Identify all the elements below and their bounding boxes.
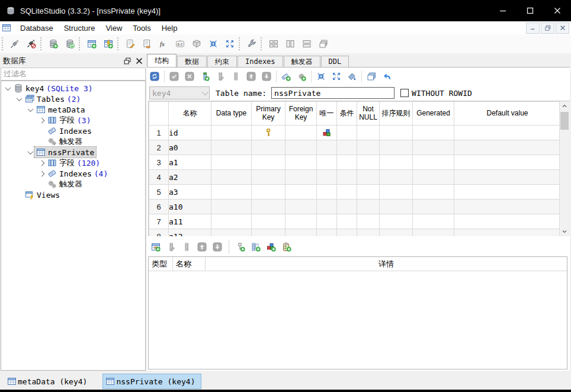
grid-cell[interactable] xyxy=(380,200,413,214)
column-name-cell[interactable]: a12 xyxy=(169,229,211,237)
mdi-restore-button[interactable] xyxy=(541,23,554,34)
grid-cell[interactable] xyxy=(337,185,357,200)
column-name-cell[interactable]: a11 xyxy=(169,214,211,229)
import-table-button[interactable] xyxy=(315,70,328,83)
dock-float-icon[interactable] xyxy=(123,57,131,65)
add-trigger-button[interactable] xyxy=(295,70,308,83)
col-header-notnull[interactable]: Not NULL xyxy=(357,102,380,126)
grid-cell[interactable] xyxy=(380,229,413,237)
mdi-layout-horizontal-button[interactable] xyxy=(300,37,314,51)
refresh-database-button[interactable] xyxy=(63,37,77,51)
add-table-constraint-button[interactable] xyxy=(149,240,162,253)
refresh-structure-button[interactable] xyxy=(148,70,161,83)
row-number[interactable]: 7 xyxy=(149,214,169,229)
grid-cell[interactable] xyxy=(337,126,357,140)
minimize-button[interactable] xyxy=(489,0,517,21)
grid-cell[interactable] xyxy=(211,185,252,200)
connect-button[interactable] xyxy=(8,37,22,51)
tab-ddl[interactable]: DDL xyxy=(321,56,349,67)
column-name-cell[interactable]: a10 xyxy=(169,200,211,214)
add-primary-key-button[interactable] xyxy=(234,240,247,253)
toolbar-grip[interactable] xyxy=(79,37,83,50)
delete-column-button[interactable] xyxy=(229,70,242,83)
details-col-info[interactable]: 详情 xyxy=(206,257,567,271)
unique-cell[interactable] xyxy=(317,126,337,140)
tree-item-views[interactable]: Views xyxy=(1,189,145,200)
menu-tools[interactable]: Tools xyxy=(127,23,156,34)
row-number[interactable]: 4 xyxy=(149,170,169,185)
grid-cell[interactable] xyxy=(337,200,357,214)
grid-cell[interactable] xyxy=(413,140,454,155)
grid-cell[interactable] xyxy=(454,214,561,229)
scrollbar-thumb[interactable] xyxy=(560,112,569,130)
tree-item-nssprivate[interactable]: nssPrivate xyxy=(1,147,145,158)
execute-sql-file-button[interactable] xyxy=(140,37,154,51)
grid-cell[interactable] xyxy=(357,126,380,140)
grid-cell[interactable] xyxy=(211,126,252,140)
grid-cell[interactable] xyxy=(413,200,454,214)
grid-cell[interactable] xyxy=(380,214,413,229)
grid-cell[interactable] xyxy=(454,140,561,155)
grid-cell[interactable] xyxy=(317,229,337,237)
close-button[interactable] xyxy=(544,0,571,21)
grid-cell[interactable] xyxy=(286,200,317,214)
row-number[interactable]: 6 xyxy=(149,200,169,214)
grid-cell[interactable] xyxy=(454,170,561,185)
tree-item-key4[interactable]: key4 (SQLite 3) xyxy=(1,83,145,94)
grid-cell[interactable] xyxy=(211,170,252,185)
column-name-cell[interactable]: a0 xyxy=(169,140,211,155)
row-number[interactable]: 1 xyxy=(149,126,169,140)
grid-cell[interactable] xyxy=(454,200,561,214)
primary-key-cell[interactable] xyxy=(252,126,286,140)
collapse-chevron-icon[interactable] xyxy=(5,85,11,91)
rollback-button[interactable] xyxy=(183,70,196,83)
grid-cell[interactable] xyxy=(380,185,413,200)
new-table-button[interactable] xyxy=(85,37,99,51)
menu-structure[interactable]: Structure xyxy=(59,23,101,34)
add-database-button[interactable] xyxy=(46,37,60,51)
grid-cell[interactable] xyxy=(337,170,357,185)
mdi-close-button[interactable] xyxy=(556,23,569,34)
mdi-layout-grid-button[interactable] xyxy=(267,37,281,51)
database-filter-input[interactable]: 过滤名 xyxy=(1,68,146,81)
populate-table-button[interactable] xyxy=(345,70,358,83)
collapse-chevron-icon[interactable] xyxy=(27,106,33,112)
column-name-cell[interactable]: a3 xyxy=(169,185,211,200)
open-sql-editor-button[interactable] xyxy=(123,37,137,51)
delete-constraint-button[interactable] xyxy=(180,240,193,253)
functions-editor-button[interactable]: fx xyxy=(156,37,171,51)
extensions-button[interactable] xyxy=(190,37,204,51)
grid-cell[interactable] xyxy=(337,155,357,170)
grid-cell[interactable] xyxy=(337,214,357,229)
grid-cell[interactable] xyxy=(317,155,337,170)
foreign-key-cell[interactable] xyxy=(286,126,317,140)
collations-editor-button[interactable]: a·z xyxy=(173,37,187,51)
expand-chevron-icon[interactable] xyxy=(39,117,44,123)
grid-cell[interactable] xyxy=(380,155,413,170)
tab-indexes[interactable]: Indexes xyxy=(238,56,283,67)
tree-item-metadata-triggers[interactable]: 触发器 xyxy=(1,136,145,147)
col-header-generated[interactable]: Generated xyxy=(413,102,454,126)
add-index-button[interactable] xyxy=(280,70,293,83)
row-number[interactable]: 2 xyxy=(149,140,169,155)
col-header-check[interactable]: 条件 xyxy=(337,102,357,126)
grid-cell[interactable] xyxy=(286,140,317,155)
grid-cell[interactable] xyxy=(252,155,286,170)
move-column-up-button[interactable] xyxy=(245,70,258,83)
scroll-up-button[interactable] xyxy=(560,101,569,111)
grid-cell[interactable] xyxy=(413,214,454,229)
new-table-similar-button[interactable] xyxy=(101,37,116,51)
grid-cell[interactable] xyxy=(252,214,286,229)
disconnect-button[interactable] xyxy=(24,37,39,51)
edit-column-button[interactable] xyxy=(214,70,227,83)
grid-cell[interactable] xyxy=(357,185,380,200)
tree-item-metadata[interactable]: metaData xyxy=(1,104,145,115)
toolbar-grip[interactable] xyxy=(117,37,121,50)
col-header-datatype[interactable]: Data type xyxy=(211,102,252,126)
tree-item-nssprivate-triggers[interactable]: 触发器 xyxy=(1,179,145,189)
grid-cell[interactable] xyxy=(357,200,380,214)
grid-cell[interactable] xyxy=(357,140,380,155)
grid-cell[interactable] xyxy=(317,214,337,229)
collapse-chevron-icon[interactable] xyxy=(16,95,22,101)
taskbar-window-metadata[interactable]: metaData (key4) xyxy=(5,374,93,388)
